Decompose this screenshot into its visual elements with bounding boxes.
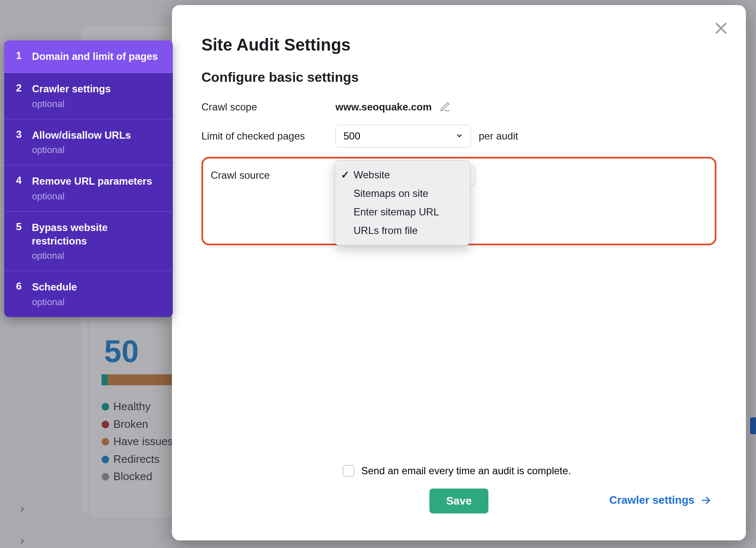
wizard-step-title: Remove URL parameters bbox=[32, 175, 152, 188]
wizard-step-title: Allow/disallow URLs bbox=[32, 129, 131, 142]
modal-title: Site Audit Settings bbox=[201, 35, 716, 54]
email-notify-row: Send an email every time an audit is com… bbox=[197, 465, 716, 477]
wizard-step-optional: optional bbox=[32, 297, 77, 308]
crawl-source-option-urls-file[interactable]: URLs from file bbox=[335, 221, 470, 240]
next-step-label: Crawler settings bbox=[609, 494, 694, 507]
close-icon[interactable] bbox=[713, 20, 729, 36]
email-checkbox-label: Send an email every time an audit is com… bbox=[361, 465, 571, 477]
crawl-scope-row: Crawl scope www.seoquake.com bbox=[201, 101, 716, 113]
wizard-step-optional: optional bbox=[32, 145, 131, 156]
wizard-step-title: Domain and limit of pages bbox=[32, 50, 158, 63]
option-label: Sitemaps on site bbox=[354, 188, 428, 199]
wizard-step-num: 4 bbox=[16, 175, 24, 186]
next-step-link[interactable]: Crawler settings bbox=[609, 494, 711, 507]
wizard-step-title: Crawler settings bbox=[32, 82, 111, 96]
option-label: Enter sitemap URL bbox=[354, 206, 439, 218]
wizard-step-optional: optional bbox=[32, 250, 162, 261]
option-label: Website bbox=[354, 169, 390, 181]
wizard-step-optional: optional bbox=[32, 191, 152, 202]
email-checkbox[interactable] bbox=[343, 465, 354, 477]
crawl-scope-value: www.seoquake.com bbox=[335, 101, 432, 113]
per-audit-label: per audit bbox=[479, 130, 518, 142]
modal-subtitle: Configure basic settings bbox=[201, 70, 716, 85]
modal-footer: Send an email every time an audit is com… bbox=[201, 465, 716, 513]
check-icon: ✓ bbox=[341, 169, 349, 181]
crawl-source-option-website[interactable]: ✓ Website bbox=[335, 166, 470, 184]
crawl-source-option-sitemaps[interactable]: Sitemaps on site bbox=[335, 184, 470, 203]
save-button[interactable]: Save bbox=[429, 489, 489, 513]
wizard-step-schedule[interactable]: 6 Schedule optional bbox=[4, 271, 173, 317]
limit-select[interactable]: 500 bbox=[335, 125, 471, 148]
settings-modal: Site Audit Settings Configure basic sett… bbox=[172, 5, 746, 540]
crawl-source-highlight: Crawl source ✓ Website Sitemaps on site … bbox=[201, 157, 716, 245]
limit-label: Limit of checked pages bbox=[201, 130, 328, 142]
limit-value: 500 bbox=[343, 130, 360, 142]
crawl-source-option-sitemap-url[interactable]: Enter sitemap URL bbox=[335, 203, 470, 221]
wizard-step-bypass[interactable]: 5 Bypass website restrictions optional bbox=[4, 212, 173, 271]
wizard-step-num: 1 bbox=[16, 50, 24, 62]
wizard-step-num: 3 bbox=[16, 129, 24, 140]
wizard-step-num: 5 bbox=[16, 221, 23, 233]
wizard-step-allow-disallow[interactable]: 3 Allow/disallow URLs optional bbox=[4, 119, 173, 165]
wizard-step-num: 6 bbox=[16, 280, 24, 292]
wizard-step-domain[interactable]: 1 Domain and limit of pages bbox=[4, 40, 173, 73]
wizard-step-optional: optional bbox=[32, 99, 111, 110]
crawl-source-dropdown: ✓ Website Sitemaps on site Enter sitemap… bbox=[335, 160, 470, 245]
limit-row: Limit of checked pages 500 per audit bbox=[201, 125, 716, 148]
arrow-right-icon bbox=[700, 495, 711, 506]
wizard-step-title: Bypass website restrictions bbox=[32, 221, 162, 248]
wizard-step-num: 2 bbox=[16, 82, 24, 94]
wizard-step-remove-params[interactable]: 4 Remove URL parameters optional bbox=[4, 165, 173, 211]
chevron-down-icon bbox=[456, 130, 463, 142]
wizard-step-title: Schedule bbox=[32, 280, 77, 294]
pencil-icon[interactable] bbox=[440, 102, 450, 113]
crawl-scope-label: Crawl scope bbox=[201, 101, 328, 113]
crawl-source-label: Crawl source bbox=[211, 169, 330, 181]
wizard-step-crawler[interactable]: 2 Crawler settings optional bbox=[4, 73, 173, 119]
option-label: URLs from file bbox=[354, 225, 418, 236]
wizard-steps: 1 Domain and limit of pages 2 Crawler se… bbox=[4, 40, 173, 317]
